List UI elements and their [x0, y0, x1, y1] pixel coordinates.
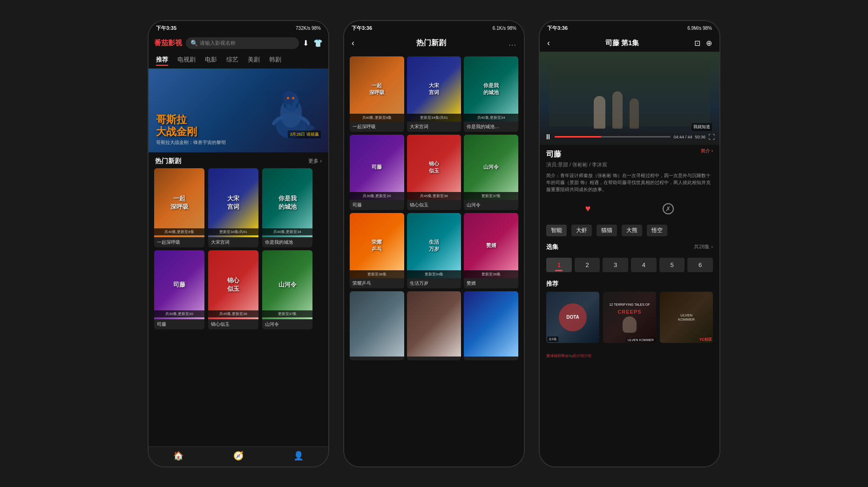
- grid-card-6[interactable]: 山河令 更新至37集 山河令: [464, 135, 518, 210]
- grid-img-5: 锦心似玉 共45集,更新至36: [407, 135, 461, 200]
- ep-btn-2[interactable]: 2: [575, 258, 600, 272]
- grid-title-5: 锦心似玉: [407, 200, 461, 210]
- circle-icon: ✗: [663, 203, 674, 214]
- card-badge-5: 共45集,更新至36: [208, 310, 258, 317]
- video-time: 04:44 / 44: [673, 135, 692, 139]
- card-badge-3: 共40集,更新至34: [262, 228, 312, 235]
- download-icon[interactable]: ⬇: [303, 39, 309, 48]
- grid-card-5[interactable]: 锦心似玉 共45集,更新至36 锦心似玉: [407, 135, 461, 210]
- time-3: 下午3:36: [547, 25, 568, 32]
- ep-btn-3[interactable]: 3: [603, 258, 628, 272]
- rec-card-creeps[interactable]: 12 TERRIFYING TALES OF CREEPS ULVEN KOMM…: [603, 292, 656, 343]
- search-bar[interactable]: 🔍 请输入影视名称: [186, 37, 299, 49]
- card-nishiwode[interactable]: 你是我的城池 共40集,更新至34 你是我的城池: [262, 168, 312, 247]
- grid-hot-shows: 一起深呼吸 共40集,更新至8集 一起深呼吸 大宋宫词 更新至34集/共61 大…: [344, 53, 524, 364]
- nav-item-korean[interactable]: 韩剧: [269, 55, 281, 66]
- grid-badge-6: 更新至37集: [464, 192, 518, 200]
- grid-card-10[interactable]: [350, 291, 404, 360]
- grid-title-7: 荣耀乒乓: [350, 278, 404, 288]
- video-total: 50:36: [695, 135, 705, 139]
- episodes-count[interactable]: 共28集 ›: [694, 243, 713, 250]
- search-icon: 🔍: [190, 40, 198, 47]
- server-row: 智能 大虾 猫猫 大熊 悟空: [540, 222, 719, 239]
- tab-discover[interactable]: 🧭: [209, 451, 269, 461]
- grid-img-8: 生活万岁 更新至34集: [407, 213, 461, 278]
- discover-icon: 🧭: [233, 451, 244, 461]
- action-row: ♥ ✗: [540, 198, 719, 222]
- phone-3: 下午3:36 6.9M/s 98% ‹ 司藤 第1集 ⊡ ⊕: [539, 20, 720, 467]
- grid-card-3[interactable]: 你是我的城池 共40集,更新至34 你是我的城池…: [464, 56, 518, 132]
- card-dasongguci[interactable]: 大宋宫词 更新至34集/共61 大宋宫词: [208, 168, 258, 247]
- grid-img-11: [407, 291, 461, 357]
- fullscreen-button[interactable]: ⛶: [708, 133, 715, 141]
- grid-card-8[interactable]: 生活万岁 更新至34集 生活万岁: [407, 213, 461, 288]
- time-1: 下午3:35: [156, 25, 176, 32]
- card-badge-4: 共30集,更新至20: [154, 310, 204, 317]
- play-button[interactable]: ⏸: [544, 133, 552, 141]
- server-daxia[interactable]: 大虾: [571, 225, 592, 236]
- shirt-icon[interactable]: 👕: [313, 39, 323, 48]
- grid-badge-5: 共45集,更新至36: [407, 192, 461, 200]
- grid-card-1[interactable]: 一起深呼吸 共40集,更新至8集 一起深呼吸: [350, 56, 404, 132]
- grid-card-11[interactable]: [407, 291, 461, 360]
- back-button-3[interactable]: ‹: [547, 38, 550, 48]
- grid-card-2[interactable]: 大宋宫词 更新至34集/共61 大宋宫词: [407, 56, 461, 132]
- nav-item-variety[interactable]: 综艺: [226, 55, 238, 66]
- p1-nav: 推荐 电视剧 电影 综艺 美剧 韩剧: [149, 53, 328, 69]
- grid-title-10: [350, 357, 404, 360]
- card-yiqishenhuxi[interactable]: 一起深呼吸 共40集,更新至8集 一起深呼吸: [154, 168, 204, 247]
- grid-title-4: 司藤: [350, 200, 404, 210]
- card-siteng[interactable]: 司藤 共30集,更新至20 司藤: [154, 250, 204, 329]
- grid-card-4[interactable]: 司藤 共30集,更新至20 司藤: [350, 135, 404, 210]
- server-maomao[interactable]: 猫猫: [597, 225, 617, 236]
- action-heart[interactable]: ♥: [585, 203, 591, 216]
- banner[interactable]: 哥斯拉大战金刚 哥斯拉大战金刚：锋兽宇宙的黎明 3月26日 谁能赢: [149, 69, 328, 152]
- tab-home[interactable]: 🏠: [149, 451, 209, 461]
- grid-img-6: 山河令 更新至37集: [464, 135, 518, 200]
- svg-point-7: [287, 96, 290, 99]
- progress-bar[interactable]: [555, 136, 671, 137]
- nav-item-movie[interactable]: 电影: [205, 55, 217, 66]
- movie-actors: 演员:景甜 / 张彬彬 / 李沐宸: [546, 161, 713, 168]
- nav-item-american[interactable]: 美剧: [248, 55, 260, 66]
- more-button-2[interactable]: …: [508, 38, 516, 48]
- nav-item-recommend[interactable]: 推荐: [156, 55, 168, 66]
- section-hot-title: 热门新剧: [155, 157, 181, 165]
- card-jinxin[interactable]: 锦心似玉 共45集,更新至36 锦心似玉: [208, 250, 258, 329]
- grid-card-9[interactable]: 赘婿 更新至36集 赘婿: [464, 213, 518, 288]
- card-img-3: 你是我的城池 共40集,更新至34: [262, 168, 312, 237]
- video-player[interactable]: 我就知道 ⏸ 04:44 / 44 50:36 ⛶: [540, 52, 719, 145]
- screen-1: 番茄影视 🔍 请输入影视名称 ⬇ 👕 推荐 电视剧 电影 综艺 美剧 韩剧: [149, 34, 328, 446]
- back-button-2[interactable]: ‹: [352, 38, 354, 48]
- grid-card-7[interactable]: 荣耀乒乓 更新至38集 荣耀乒乓: [350, 213, 404, 288]
- server-wukong[interactable]: 悟空: [647, 225, 667, 236]
- grid-badge-9: 更新至36集: [464, 270, 518, 278]
- grid-img-1: 一起深呼吸 共40集,更新至8集: [350, 56, 404, 122]
- grid-img-9: 赘婿 更新至36集: [464, 213, 518, 278]
- screen-mode-icon[interactable]: ⊡: [694, 39, 700, 48]
- server-daxiong[interactable]: 大熊: [622, 225, 642, 236]
- ep-btn-5[interactable]: 5: [659, 258, 685, 272]
- action-circle[interactable]: ✗: [663, 203, 674, 216]
- ep-btn-1[interactable]: 1: [546, 258, 572, 272]
- card-img-4: 司藤 共30集,更新至20: [154, 250, 204, 319]
- rec-title: 推荐: [546, 280, 713, 288]
- card-shanhe[interactable]: 山河令 更新至37集 山河令: [262, 250, 312, 329]
- video-scene: [540, 52, 719, 145]
- server-zhinen[interactable]: 智能: [546, 225, 567, 236]
- ep-btn-6[interactable]: 6: [687, 258, 713, 272]
- svg-point-8: [292, 96, 295, 99]
- section-more[interactable]: 更多 ›: [308, 158, 322, 165]
- grid-card-12[interactable]: [464, 291, 518, 360]
- tab-bar-1: 🏠 🧭 👤: [149, 446, 328, 466]
- cast-icon[interactable]: ⊕: [706, 39, 712, 48]
- grid-title-2: 大宋宫词: [407, 122, 461, 132]
- nav-item-tvshow[interactable]: 电视剧: [177, 55, 196, 66]
- ep-btn-4[interactable]: 4: [631, 258, 657, 272]
- tab-profile[interactable]: 👤: [268, 451, 328, 461]
- rec-card-ulven[interactable]: ULVENKOMMER TC社区: [660, 292, 713, 343]
- rec-card-dota[interactable]: DOTA 全8集: [546, 292, 599, 343]
- time-2: 下午3:36: [352, 25, 372, 32]
- card-title-2: 大宋宫词: [208, 237, 258, 247]
- summary-button[interactable]: 简介 ›: [701, 148, 713, 154]
